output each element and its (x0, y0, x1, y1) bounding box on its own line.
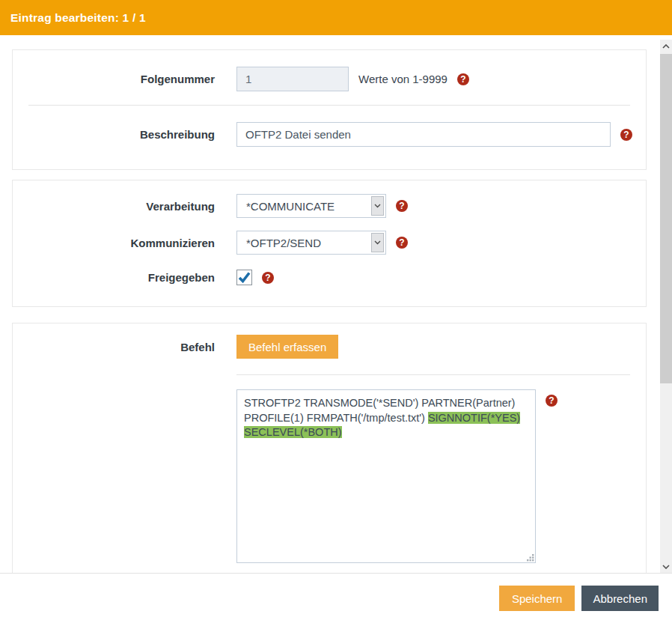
chevron-up-icon (662, 44, 670, 49)
folgenummer-row: Folgenummer Werte von 1-9999 ? (13, 67, 646, 91)
help-icon[interactable]: ? (457, 73, 469, 85)
scroll-down-button[interactable] (660, 560, 672, 573)
help-icon[interactable]: ? (546, 395, 558, 407)
scroll-up-button[interactable] (660, 40, 672, 52)
verarbeitung-label: Verarbeitung (13, 200, 215, 213)
vertical-scrollbar[interactable] (660, 40, 672, 573)
help-icon[interactable]: ? (396, 237, 408, 249)
verarbeitung-row: Verarbeitung *COMMUNICATE ? (13, 194, 646, 218)
kommunizieren-select[interactable]: *OFTP2/SEND (236, 231, 386, 255)
divider (236, 374, 630, 375)
beschreibung-row: Beschreibung ? (13, 122, 646, 147)
dialog-body: Folgenummer Werte von 1-9999 ? Beschreib… (0, 35, 672, 573)
befehl-row: Befehl Befehl erfassen (13, 335, 646, 359)
befehl-erfassen-button[interactable]: Befehl erfassen (236, 335, 338, 359)
help-icon[interactable]: ? (620, 129, 632, 141)
help-icon[interactable]: ? (396, 200, 408, 212)
command-row: STROFTP2 TRANSMODE('*SEND') PARTNER(Part… (13, 389, 646, 563)
befehl-label: Befehl (13, 341, 215, 353)
command-textarea[interactable]: STROFTP2 TRANSMODE('*SEND') PARTNER(Part… (236, 389, 536, 563)
chevron-down-icon[interactable] (371, 233, 384, 252)
freigegeben-checkbox[interactable] (236, 270, 252, 285)
freigegeben-label: Freigegeben (13, 271, 215, 284)
edit-entry-dialog: Eintrag bearbeiten: 1 / 1 Folgenummer We… (0, 0, 672, 623)
section-command: Befehl Befehl erfassen STROFTP2 TRANSMOD… (12, 323, 647, 573)
help-icon[interactable]: ? (262, 272, 274, 284)
save-button[interactable]: Speichern (499, 586, 575, 611)
verarbeitung-select[interactable]: *COMMUNICATE (236, 194, 386, 218)
chevron-down-icon (662, 565, 670, 569)
cancel-button[interactable]: Abbrechen (581, 586, 659, 611)
kommunizieren-selected-value: *OFTP2/SEND (237, 237, 371, 249)
verarbeitung-selected-value: *COMMUNICATE (237, 200, 371, 213)
chevron-down-icon[interactable] (371, 196, 384, 216)
freigegeben-row: Freigegeben ? (13, 270, 646, 285)
kommunizieren-row: Kommunizieren *OFTP2/SEND ? (13, 231, 646, 255)
folgenummer-input[interactable] (236, 67, 349, 91)
dialog-header: Eintrag bearbeiten: 1 / 1 (0, 0, 672, 35)
section-identification: Folgenummer Werte von 1-9999 ? Beschreib… (12, 49, 647, 170)
resize-grip-icon[interactable] (527, 554, 534, 562)
divider (28, 105, 630, 106)
dialog-footer: Speichern Abbrechen (0, 573, 672, 623)
folgenummer-hint: Werte von 1-9999 (358, 73, 448, 85)
dialog-title: Eintrag bearbeiten: 1 / 1 (10, 11, 146, 25)
checkmark-icon (238, 272, 251, 283)
beschreibung-label: Beschreibung (13, 128, 215, 141)
beschreibung-input[interactable] (236, 122, 611, 147)
section-processing: Verarbeitung *COMMUNICATE ? Kommuniziere… (12, 180, 647, 307)
folgenummer-label: Folgenummer (13, 73, 215, 85)
scrollbar-thumb[interactable] (660, 54, 672, 383)
kommunizieren-label: Kommunizieren (13, 237, 215, 249)
